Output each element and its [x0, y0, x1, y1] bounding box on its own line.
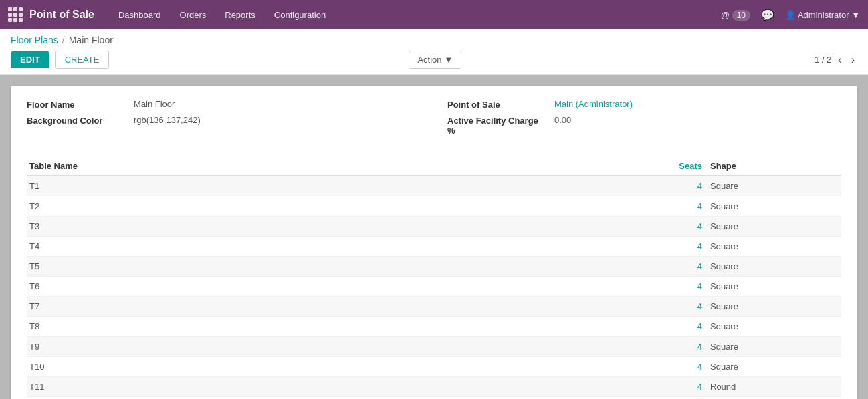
field-active-facility: Active Facility Charge % 0.00 [447, 115, 841, 136]
grid-icon[interactable] [8, 7, 23, 22]
table-row[interactable]: T10 4 Square [27, 357, 841, 377]
cell-seats: 4 [641, 301, 708, 311]
nav-dashboard[interactable]: Dashboard [110, 6, 169, 24]
action-button[interactable]: Action ▼ [409, 51, 461, 69]
table-row[interactable]: T9 4 Square [27, 337, 841, 357]
cell-seats: 4 [641, 382, 708, 392]
table-row[interactable]: T5 4 Square [27, 257, 841, 277]
col-seats: Seats [641, 161, 708, 171]
point-of-sale-label: Point of Sale [447, 99, 554, 110]
nav-orders[interactable]: Orders [172, 6, 215, 24]
form-section: Floor Name Main Floor Background Color r… [27, 99, 841, 141]
active-facility-label: Active Facility Charge % [447, 115, 554, 136]
table-row[interactable]: T6 4 Square [27, 277, 841, 297]
notification-badge[interactable]: @ 10 [721, 10, 750, 20]
point-of-sale-value[interactable]: Main (Administrator) [554, 99, 633, 109]
cell-shape: Square [708, 181, 841, 191]
cell-name: T5 [27, 261, 641, 271]
breadcrumb-separator: / [62, 35, 65, 45]
cell-shape: Square [708, 301, 841, 311]
nav-reports[interactable]: Reports [217, 6, 263, 24]
next-page-button[interactable]: › [849, 53, 857, 68]
active-facility-value: 0.00 [554, 115, 571, 125]
table-row[interactable]: T4 4 Square [27, 237, 841, 257]
topbar-right: @ 10 💬 👤 Administrator ▼ [721, 9, 860, 21]
floor-name-value: Main Floor [134, 99, 175, 109]
user-menu[interactable]: 👤 Administrator ▼ [785, 10, 860, 20]
main-nav: Dashboard Orders Reports Configuration [110, 6, 721, 24]
topbar: Point of Sale Dashboard Orders Reports C… [0, 0, 868, 29]
form-left: Floor Name Main Floor Background Color r… [27, 99, 421, 141]
table-header: Table Name Seats Shape [27, 157, 841, 176]
cell-seats: 4 [641, 221, 708, 231]
col-table-name: Table Name [27, 161, 641, 171]
cell-shape: Square [708, 241, 841, 251]
chat-icon[interactable]: 💬 [761, 9, 774, 21]
cell-seats: 4 [641, 281, 708, 291]
cell-shape: Square [708, 221, 841, 231]
table-rows: T1 4 Square T2 4 Square T3 4 Square T4 4… [27, 176, 841, 397]
cell-name: T4 [27, 241, 641, 251]
cell-name: T8 [27, 321, 641, 331]
main-content: Floor Name Main Floor Background Color r… [0, 75, 868, 399]
cell-seats: 4 [641, 342, 708, 352]
cell-shape: Square [708, 342, 841, 352]
create-button[interactable]: CREATE [55, 51, 110, 69]
user-icon: 👤 [785, 10, 798, 20]
cell-seats: 4 [641, 362, 708, 372]
action-label: Action [417, 55, 441, 65]
cell-name: T10 [27, 362, 641, 372]
background-color-value: rgb(136,137,242) [134, 115, 201, 125]
table-row[interactable]: T1 4 Square [27, 176, 841, 196]
table-row[interactable]: T7 4 Square [27, 297, 841, 317]
cell-name: T2 [27, 201, 641, 211]
cell-seats: 4 [641, 261, 708, 271]
cell-seats: 4 [641, 241, 708, 251]
app-title[interactable]: Point of Sale [29, 9, 94, 21]
pagination-info: 1 / 2 [815, 55, 831, 65]
table-row[interactable]: T3 4 Square [27, 217, 841, 237]
table-row[interactable]: T8 4 Square [27, 317, 841, 337]
field-point-of-sale: Point of Sale Main (Administrator) [447, 99, 841, 110]
cell-seats: 4 [641, 201, 708, 211]
table-section: Table Name Seats Shape T1 4 Square T2 4 … [27, 157, 841, 397]
cell-name: T3 [27, 221, 641, 231]
field-floor-name: Floor Name Main Floor [27, 99, 421, 110]
field-background-color: Background Color rgb(136,137,242) [27, 115, 421, 126]
table-row[interactable]: T11 4 Round [27, 377, 841, 397]
form-right: Point of Sale Main (Administrator) Activ… [447, 99, 841, 141]
record-card: Floor Name Main Floor Background Color r… [11, 86, 857, 399]
prev-page-button[interactable]: ‹ [835, 53, 844, 68]
subheader: Floor Plans / Main Floor EDIT CREATE Act… [0, 29, 868, 75]
cell-name: T1 [27, 181, 641, 191]
col-shape: Shape [708, 161, 841, 171]
cell-name: T9 [27, 342, 641, 352]
cell-name: T11 [27, 382, 641, 392]
table-row[interactable]: T2 4 Square [27, 196, 841, 217]
cell-name: T6 [27, 281, 641, 291]
at-icon: @ [721, 10, 730, 20]
edit-button[interactable]: EDIT [11, 51, 49, 68]
toolbar: EDIT CREATE Action ▼ 1 / 2 ‹ › [11, 51, 857, 74]
cell-name: T7 [27, 301, 641, 311]
user-name: Administrator [798, 10, 849, 20]
nav-configuration[interactable]: Configuration [266, 6, 334, 24]
badge-count: 10 [732, 10, 750, 21]
cell-shape: Square [708, 281, 841, 291]
cell-shape: Square [708, 321, 841, 331]
pagination: 1 / 2 ‹ › [815, 53, 857, 68]
cell-shape: Square [708, 201, 841, 211]
breadcrumb-current: Main Floor [69, 35, 113, 45]
cell-shape: Round [708, 382, 841, 392]
cell-seats: 4 [641, 321, 708, 331]
cell-shape: Square [708, 362, 841, 372]
chevron-down-icon: ▼ [851, 10, 860, 20]
dropdown-arrow-icon: ▼ [445, 55, 453, 65]
background-color-label: Background Color [27, 115, 134, 126]
cell-shape: Square [708, 261, 841, 271]
floor-name-label: Floor Name [27, 99, 134, 110]
breadcrumb-parent[interactable]: Floor Plans [11, 35, 58, 45]
breadcrumb: Floor Plans / Main Floor [11, 35, 857, 45]
cell-seats: 4 [641, 181, 708, 191]
